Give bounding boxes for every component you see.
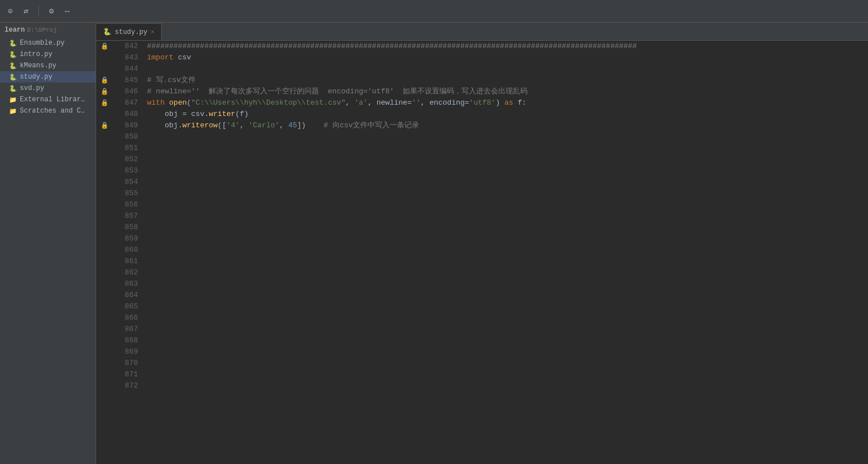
line-num-861: 861 xyxy=(113,256,138,267)
python-icon-study: 🐍 xyxy=(9,73,17,81)
kw-with: with xyxy=(147,97,165,109)
line-num-869: 869 xyxy=(113,346,138,358)
code-line-869 xyxy=(147,346,868,358)
line-num-860: 860 xyxy=(113,244,138,256)
func-writerow: writerow xyxy=(182,120,217,131)
str-carlo: 'Carlo' xyxy=(248,120,279,131)
gutter-868 xyxy=(96,335,113,346)
code-line-843: import csv xyxy=(147,52,868,63)
editor-body: 🔒 🔒 🔒 🔒 🔒 xyxy=(96,41,868,464)
code-line-853 xyxy=(147,165,868,177)
num-45: 45 xyxy=(288,120,297,131)
sidebar-item-study[interactable]: 🐍 study.py xyxy=(0,71,96,83)
line-num-859: 859 xyxy=(113,233,138,244)
sidebar-item-svd[interactable]: 🐍 svd.py xyxy=(0,83,96,94)
code-line-866 xyxy=(147,312,868,324)
folder-icon-scratches: 📁 xyxy=(9,107,17,115)
line-num-863: 863 xyxy=(113,278,138,290)
sidebar: learn D:\SProj 🐍 Ensumble.py 🐍 intro.py … xyxy=(0,23,96,464)
project-path: D:\SProj xyxy=(27,27,57,33)
gutter-856 xyxy=(96,199,113,210)
line-num-842: 842 xyxy=(113,41,138,52)
gutter-844 xyxy=(96,63,113,75)
gutter-862 xyxy=(96,267,113,278)
func-writer: writer xyxy=(209,109,235,120)
kw-import: import xyxy=(147,52,174,63)
line-num-848: 848 xyxy=(113,109,138,120)
python-icon-intro: 🐍 xyxy=(9,50,17,58)
sidebar-item-kmeans[interactable]: 🐍 kMeans.py xyxy=(0,60,96,71)
code-line-852 xyxy=(147,154,868,165)
tab-study[interactable]: 🐍 study.py × xyxy=(96,23,162,40)
gutter-850 xyxy=(96,131,113,143)
tab-close-button[interactable]: × xyxy=(151,29,155,36)
lock-icon-847: 🔒 xyxy=(101,97,109,109)
sidebar-item-intro[interactable]: 🐍 intro.py xyxy=(0,49,96,60)
code-line-870 xyxy=(147,358,868,369)
line-num-862: 862 xyxy=(113,267,138,278)
line-num-866: 866 xyxy=(113,312,138,324)
sidebar-item-scratches[interactable]: 📁 Scratches and C… xyxy=(0,105,96,117)
toolbar: ⊙ ⇄ ⚙ ↔ xyxy=(0,0,868,23)
toolbar-icon-arrows[interactable]: ↔ xyxy=(62,6,73,17)
gutter-852 xyxy=(96,154,113,165)
gutter-853 xyxy=(96,165,113,177)
code-line-864 xyxy=(147,290,868,301)
gutter-858 xyxy=(96,222,113,233)
line-num-865: 865 xyxy=(113,301,138,312)
gutter-area: 🔒 🔒 🔒 🔒 🔒 xyxy=(96,41,113,464)
sidebar-item-ensumble[interactable]: 🐍 Ensumble.py xyxy=(0,37,96,49)
toolbar-icon-settings[interactable]: ⊙ xyxy=(5,6,16,17)
line-num-870: 870 xyxy=(113,358,138,369)
gutter-864 xyxy=(96,290,113,301)
lock-icon-842: 🔒 xyxy=(101,41,109,52)
sidebar-label-svd: svd.py xyxy=(20,84,44,92)
toolbar-icon-gear[interactable]: ⚙ xyxy=(46,6,57,17)
code-line-844 xyxy=(147,63,868,75)
str-a: 'a' xyxy=(355,97,368,109)
gutter-872 xyxy=(96,380,113,392)
lock-icon-846: 🔒 xyxy=(101,86,109,97)
str-path: "C:\\Users\\hyh\\Desktop\\test.csv" xyxy=(191,97,346,109)
code-line-872 xyxy=(147,380,868,392)
space xyxy=(174,52,178,63)
sidebar-label-kmeans: kMeans.py xyxy=(20,62,57,70)
project-name: learn xyxy=(5,26,25,34)
sidebar-label-intro: intro.py xyxy=(20,50,53,58)
code-line-854 xyxy=(147,177,868,188)
str-utf8: 'utf8' xyxy=(469,97,496,109)
toolbar-icon-split[interactable]: ⇄ xyxy=(20,6,32,17)
code-line-851 xyxy=(147,143,868,154)
code-line-848: obj = csv . writer ( f ) xyxy=(147,109,868,120)
sidebar-item-external[interactable]: 📁 External Librar… xyxy=(0,94,96,105)
gutter-867 xyxy=(96,324,113,335)
code-line-862 xyxy=(147,267,868,278)
line-num-868: 868 xyxy=(113,335,138,346)
code-line-865 xyxy=(147,301,868,312)
code-line-856 xyxy=(147,199,868,210)
main-layout: learn D:\SProj 🐍 Ensumble.py 🐍 intro.py … xyxy=(0,23,868,464)
line-num-851: 851 xyxy=(113,143,138,154)
var-f: f: xyxy=(517,97,526,109)
code-line-860 xyxy=(147,244,868,256)
lock-icon-845: 🔒 xyxy=(101,75,109,86)
code-line-849: 💡 obj . writerow ([ '4' , 'Carlo' , 45 ]… xyxy=(147,120,868,131)
func-open: open xyxy=(169,97,187,109)
lock-icon-849: 🔒 xyxy=(101,120,109,131)
code-line-847: with open ( "C:\\Users\\hyh\\Desktop\\te… xyxy=(147,97,868,109)
gutter-863 xyxy=(96,278,113,290)
code-line-861 xyxy=(147,256,868,267)
gutter-855 xyxy=(96,188,113,199)
code-area[interactable]: ########################################… xyxy=(142,41,868,464)
folder-icon-external: 📁 xyxy=(9,96,17,104)
gutter-845: 🔒 xyxy=(96,75,113,86)
str-4: '4' xyxy=(226,120,239,131)
var-f2: f xyxy=(240,109,244,120)
code-line-855 xyxy=(147,188,868,199)
gutter-846: 🔒 xyxy=(96,86,113,97)
line-num-853: 853 xyxy=(113,165,138,177)
var-encoding: encoding xyxy=(429,97,464,109)
code-line-868 xyxy=(147,335,868,346)
str-empty: '' xyxy=(412,97,421,109)
gutter-851 xyxy=(96,143,113,154)
